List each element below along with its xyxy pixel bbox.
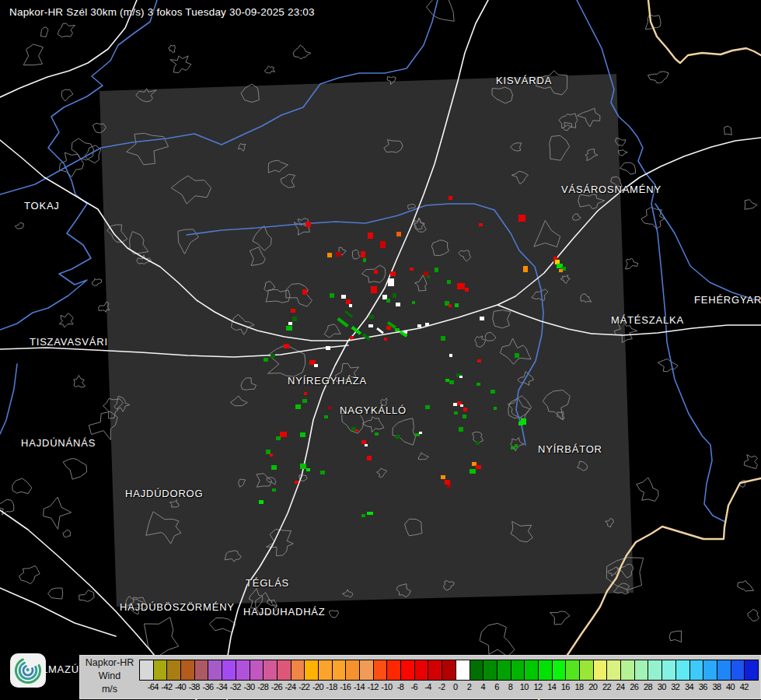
wind-cell <box>336 252 341 257</box>
legend-cell <box>222 660 236 681</box>
wind-cell <box>355 429 358 432</box>
legend-cell <box>263 660 278 681</box>
wind-cell <box>449 380 454 384</box>
legend-cell <box>153 660 168 681</box>
legend-tick-label: 0 <box>453 682 458 691</box>
legend-cell <box>717 660 731 681</box>
legend-tick-label: -32 <box>230 682 241 691</box>
wind-cell <box>326 346 330 350</box>
legend-tick-label: 6 <box>494 682 499 691</box>
legend-cell <box>744 660 759 681</box>
wind-cell <box>295 404 301 409</box>
wind-cell <box>518 422 523 425</box>
wind-cell <box>463 415 466 418</box>
legend-cell <box>606 660 621 681</box>
wind-cell <box>324 415 328 418</box>
legend-tick-label: -8 <box>397 682 404 691</box>
wind-cell <box>447 280 451 284</box>
legend-tick-label: 36 <box>699 682 707 691</box>
wind-cell <box>320 471 325 474</box>
legend-tick-label: 30 <box>658 682 666 691</box>
legend-tick-label: -10 <box>381 682 392 691</box>
wind-cell <box>361 251 365 257</box>
legend-cell <box>166 660 181 681</box>
legend-tick-label: -16 <box>340 682 351 691</box>
wind-cell <box>271 465 277 470</box>
legend-cell <box>386 660 401 681</box>
legend-cell <box>524 660 539 681</box>
wind-cell <box>288 322 292 325</box>
city-label-hajdúhadház: HAJDÚHADHÁZ <box>243 606 326 618</box>
legend-tick-label: 14 <box>547 682 556 691</box>
wind-cell <box>441 336 445 341</box>
legend-tick-label: 40 <box>726 682 735 691</box>
wind-cell <box>327 253 332 257</box>
wind-cell <box>367 456 372 460</box>
wind-cell <box>295 481 298 484</box>
wind-cell <box>341 295 346 299</box>
wind-cell <box>477 359 481 362</box>
legend-cell <box>648 660 662 681</box>
city-label-fehérgyarmat: FEHÉRGYARMAT <box>694 294 761 306</box>
legend-tick-label: 4 <box>480 682 485 691</box>
wind-cell <box>463 408 467 411</box>
wind-cell <box>371 286 377 293</box>
legend-tick-label: 42 <box>740 682 749 691</box>
legend-cell <box>400 660 415 681</box>
radar-app-window: KISVÁRDAVÁSÁROSNAMÉNYTOKAJFEHÉRGYARMATMÁ… <box>0 0 761 700</box>
wind-cell <box>454 411 458 415</box>
radar-coverage-area <box>99 74 634 607</box>
wind-cell <box>396 435 400 439</box>
spiral-logo-icon <box>13 656 43 685</box>
wind-cell <box>479 223 483 226</box>
wind-cell <box>518 215 525 222</box>
wind-cell <box>476 383 480 386</box>
legend-tick-label: -64 <box>148 682 159 691</box>
wind-cell <box>302 399 307 403</box>
legend-cell <box>511 660 525 681</box>
legend-cell <box>250 660 264 681</box>
legend-tick-label: -42 <box>161 682 172 691</box>
legend-tick-label: -30 <box>243 682 254 691</box>
wind-cell <box>328 406 331 409</box>
wind-cell <box>286 326 292 331</box>
wind-cell <box>559 269 563 272</box>
wind-cell <box>305 222 311 227</box>
legend-tick-label: -38 <box>189 682 200 691</box>
legend-cell <box>291 660 305 681</box>
city-label-téglás: TÉGLÁS <box>246 577 289 589</box>
legend-tick-label: -34 <box>216 682 227 691</box>
legend-cell <box>483 660 497 681</box>
legend-tick-label: 24 <box>616 682 625 691</box>
legend-tick-label: 18 <box>575 682 584 691</box>
legend-tick-label: 32 <box>671 682 679 691</box>
legend-cell <box>593 660 608 681</box>
wind-cell <box>445 379 449 382</box>
wind-cell <box>284 344 289 348</box>
legend-tick-label: 38 <box>712 682 721 691</box>
wind-cell <box>368 233 373 239</box>
wind-cell <box>395 328 400 331</box>
wind-cell <box>365 444 368 446</box>
legend-cell <box>662 660 676 681</box>
wind-cell <box>384 338 387 341</box>
wind-cell <box>480 317 484 320</box>
wind-cell <box>276 436 281 440</box>
wind-cell <box>455 303 459 307</box>
legend-tick-label: 28 <box>644 682 652 691</box>
legend-cell <box>456 660 470 681</box>
map-title: Napkor-HR Szél 30km (m/s) 3 fokos Tuesda… <box>9 6 315 18</box>
legend-cell <box>538 660 553 681</box>
wind-cell <box>292 317 297 321</box>
wind-cell <box>427 275 430 278</box>
wind-cell <box>350 336 354 339</box>
legend-tick-label: -28 <box>257 682 268 691</box>
legend-tick-label: -26 <box>271 682 282 691</box>
legend-color-scale: -64-42-40-38-36-34-32-30-28-26-24-22-20-… <box>79 655 761 699</box>
city-label-mátészalka: MÁTÉSZALKA <box>611 314 684 326</box>
wind-cell <box>368 324 373 327</box>
wind-cell <box>300 464 306 469</box>
wind-cell <box>511 446 515 450</box>
legend-cell <box>208 660 222 681</box>
legend-tick-label: -14 <box>354 682 365 691</box>
